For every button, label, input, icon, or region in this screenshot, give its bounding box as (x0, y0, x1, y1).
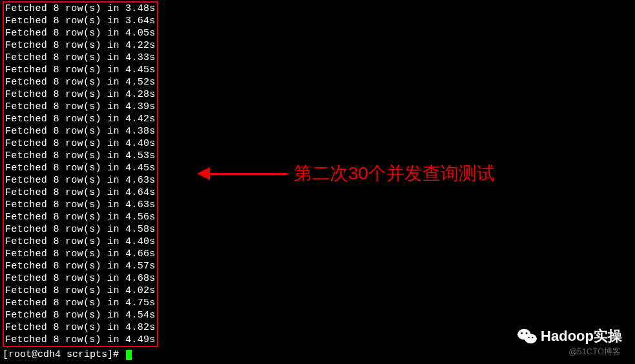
svg-point-4 (528, 337, 530, 338)
output-line: Fetched 8 row(s) in 4.28s (5, 88, 156, 101)
svg-point-2 (521, 332, 523, 334)
output-line: Fetched 8 row(s) in 4.49s (5, 334, 156, 346)
output-line: Fetched 8 row(s) in 4.45s (5, 162, 156, 174)
output-line: Fetched 8 row(s) in 4.45s (5, 64, 156, 76)
watermark-logo: Hadoop实操 (517, 327, 622, 346)
output-line: Fetched 8 row(s) in 4.82s (5, 321, 156, 334)
svg-point-3 (526, 332, 528, 334)
output-line: Fetched 8 row(s) in 4.42s (5, 113, 156, 125)
output-line: Fetched 8 row(s) in 4.68s (5, 272, 156, 285)
output-line: Fetched 8 row(s) in 4.33s (5, 52, 156, 64)
prompt-line[interactable]: [root@cdh4 scripts]# (3, 349, 632, 361)
output-line: Fetched 8 row(s) in 4.22s (5, 39, 156, 52)
output-line: Fetched 8 row(s) in 4.54s (5, 309, 156, 321)
svg-point-1 (525, 334, 537, 343)
annotation: 第二次30个并发查询测试 (197, 161, 495, 186)
output-line: Fetched 8 row(s) in 4.40s (5, 137, 156, 150)
output-line: Fetched 8 row(s) in 4.75s (5, 297, 156, 309)
arrow-left-icon (197, 167, 287, 180)
prompt-text: [root@cdh4 scripts]# (3, 349, 125, 360)
output-line: Fetched 8 row(s) in 4.38s (5, 125, 156, 137)
wechat-icon (517, 328, 537, 345)
watermark-logo-text: Hadoop实操 (541, 327, 622, 346)
output-line: Fetched 8 row(s) in 4.66s (5, 248, 156, 260)
output-line: Fetched 8 row(s) in 4.53s (5, 150, 156, 162)
watermark-subtext: @51CTO博客 (568, 346, 621, 358)
output-line: Fetched 8 row(s) in 3.48s (5, 3, 156, 15)
output-line: Fetched 8 row(s) in 4.39s (5, 101, 156, 113)
output-line: Fetched 8 row(s) in 4.63s (5, 174, 156, 187)
output-line: Fetched 8 row(s) in 4.56s (5, 211, 156, 223)
annotation-text: 第二次30个并发查询测试 (294, 161, 495, 186)
highlighted-output-block: Fetched 8 row(s) in 3.48sFetched 8 row(s… (3, 1, 158, 347)
output-line: Fetched 8 row(s) in 4.02s (5, 285, 156, 297)
output-line: Fetched 8 row(s) in 4.63s (5, 199, 156, 211)
output-line: Fetched 8 row(s) in 4.64s (5, 187, 156, 199)
output-line: Fetched 8 row(s) in 4.58s (5, 223, 156, 236)
output-line: Fetched 8 row(s) in 4.40s (5, 236, 156, 248)
svg-point-5 (532, 337, 533, 338)
output-line: Fetched 8 row(s) in 4.57s (5, 260, 156, 272)
cursor-icon (126, 350, 132, 360)
output-line: Fetched 8 row(s) in 3.64s (5, 15, 156, 27)
output-line: Fetched 8 row(s) in 4.05s (5, 27, 156, 39)
output-line: Fetched 8 row(s) in 4.52s (5, 76, 156, 88)
